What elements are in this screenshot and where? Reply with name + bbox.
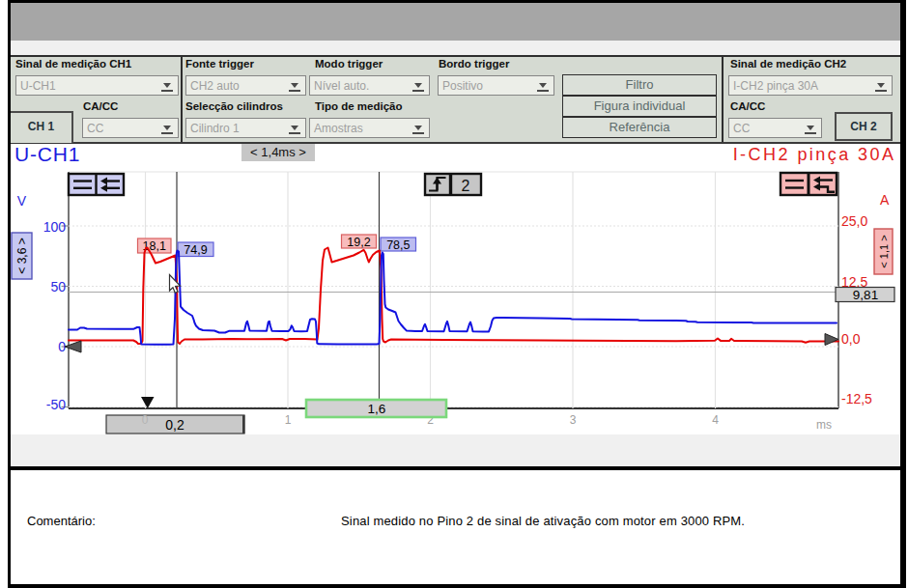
svg-text:-50: -50 bbox=[46, 397, 66, 412]
svg-text:< 1,1 >: < 1,1 > bbox=[878, 235, 890, 267]
svg-text:< 3,6 >: < 3,6 > bbox=[15, 238, 29, 273]
svg-text:1,6: 1,6 bbox=[368, 402, 386, 416]
svg-text:25,0: 25,0 bbox=[841, 213, 867, 229]
svg-text:V: V bbox=[17, 193, 27, 209]
svg-text:ms: ms bbox=[816, 418, 832, 432]
svg-text:74,9: 74,9 bbox=[184, 243, 207, 257]
svg-text:0: 0 bbox=[142, 413, 149, 427]
svg-text:100: 100 bbox=[43, 219, 67, 235]
svg-text:0,2: 0,2 bbox=[165, 417, 184, 433]
svg-text:A: A bbox=[880, 192, 890, 208]
svg-text:2: 2 bbox=[462, 178, 470, 194]
svg-text:9,81: 9,81 bbox=[853, 288, 878, 302]
svg-text:19,2: 19,2 bbox=[347, 236, 370, 249]
svg-text:1: 1 bbox=[285, 413, 292, 427]
svg-text:50: 50 bbox=[50, 279, 66, 294]
svg-text:-12,5: -12,5 bbox=[841, 391, 872, 406]
svg-text:0,0: 0,0 bbox=[841, 331, 861, 347]
svg-text:3: 3 bbox=[570, 413, 577, 427]
svg-text:78,5: 78,5 bbox=[386, 238, 410, 252]
svg-text:4: 4 bbox=[712, 413, 719, 427]
